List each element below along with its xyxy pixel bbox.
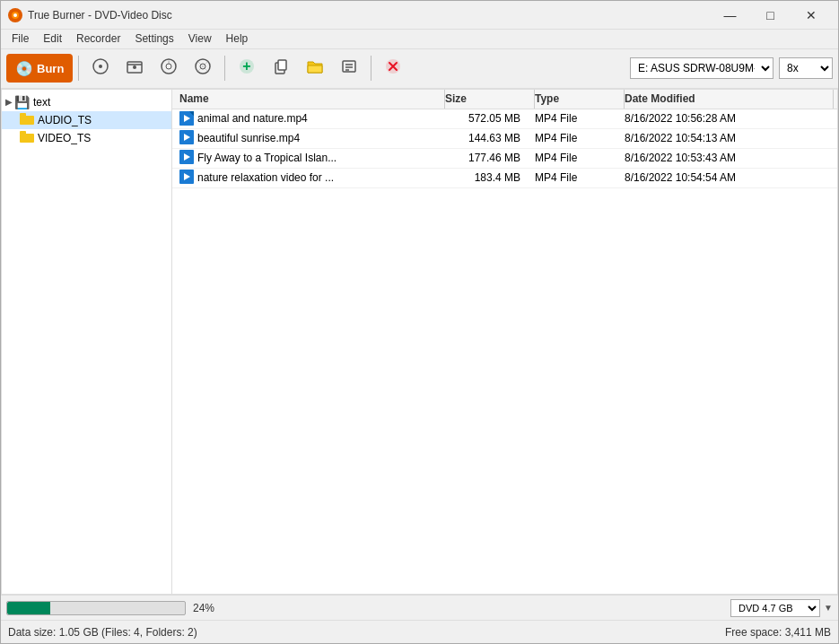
burn-label: Burn <box>37 62 64 75</box>
col-header-name[interactable]: Name <box>176 90 445 109</box>
svg-rect-21 <box>20 113 26 117</box>
svg-text:+: + <box>243 58 251 74</box>
erase-icon <box>194 57 212 80</box>
menu-file[interactable]: File <box>4 30 36 47</box>
menu-bar: File Edit Recorder Settings View Help <box>1 30 838 49</box>
file-row[interactable]: Fly Away to a Tropical Islan... 177.46 M… <box>172 149 837 169</box>
delete-icon <box>384 57 402 80</box>
data-size-label: Data size: 1.05 GB (Files: 4, Folders: 2… <box>8 626 197 639</box>
main-window: True Burner - DVD-Video Disc — □ ✕ File … <box>0 0 839 644</box>
file-name-1: animal and nature.mp4 <box>197 112 308 125</box>
close-button[interactable]: ✕ <box>791 1 831 30</box>
erase-button[interactable] <box>187 52 219 84</box>
menu-help[interactable]: Help <box>219 30 256 47</box>
app-icon <box>8 8 22 22</box>
menu-view[interactable]: View <box>181 30 219 47</box>
progress-bar-fill <box>7 602 50 614</box>
progress-bar-container <box>6 601 186 615</box>
drive-selector: E: ASUS SDRW-08U9M-U 8x 4x 2x 1x <box>630 57 833 79</box>
file-date-2: 8/16/2022 10:54:13 AM <box>625 132 834 144</box>
info-bar: Data size: 1.05 GB (Files: 4, Folders: 2… <box>1 620 838 643</box>
add-files-icon: + <box>238 57 256 80</box>
separator-2 <box>224 56 225 81</box>
mp4-icon-4 <box>179 170 194 187</box>
col-header-size[interactable]: Size <box>445 90 535 109</box>
tree-panel: ▶ 💾 text AUDIO_TS <box>2 90 172 594</box>
open-folder-button[interactable] <box>299 52 331 84</box>
progress-section: 24% <box>1 597 725 619</box>
menu-edit[interactable]: Edit <box>36 30 69 47</box>
tree-root-item[interactable]: ▶ 💾 text <box>2 93 171 111</box>
menu-settings[interactable]: Settings <box>127 30 180 47</box>
add-files-button[interactable]: + <box>231 52 263 84</box>
col-type-label: Type <box>535 92 559 105</box>
tree-audio-ts[interactable]: AUDIO_TS <box>2 111 171 129</box>
file-type-2: MP4 File <box>535 132 625 144</box>
col-header-date[interactable]: Date Modified <box>625 90 834 109</box>
window-controls: — □ ✕ <box>710 1 831 30</box>
disc-info-button[interactable]: i <box>153 52 185 84</box>
disc-selector: DVD 4.7 GB DVD 8.5 GB CD 700 MB ▼ <box>725 596 838 621</box>
svg-rect-22 <box>20 134 34 143</box>
open-folder-icon <box>306 57 324 80</box>
progress-label: 24% <box>193 602 214 614</box>
properties-icon <box>340 57 358 80</box>
tree-root-label: text <box>33 96 50 109</box>
file-type-1: MP4 File <box>535 112 625 125</box>
open-button[interactable] <box>118 52 151 84</box>
file-list-body: animal and nature.mp4 572.05 MB MP4 File… <box>172 109 837 594</box>
file-panel: Name Size Type Date Modified <box>172 90 837 594</box>
maximize-button[interactable]: □ <box>750 1 791 30</box>
status-bar: 24% DVD 4.7 GB DVD 8.5 GB CD 700 MB ▼ <box>1 595 838 620</box>
file-name-2: beautiful sunrise.mp4 <box>197 132 300 144</box>
svg-point-1 <box>13 13 17 17</box>
title-bar: True Burner - DVD-Video Disc — □ ✕ <box>1 1 838 30</box>
video-ts-folder-icon <box>20 131 34 145</box>
svg-point-3 <box>99 65 102 68</box>
svg-rect-14 <box>278 60 286 70</box>
open-icon <box>126 57 144 80</box>
tree-expand-icon: ▶ <box>5 97 13 107</box>
copy-button[interactable] <box>265 52 297 84</box>
burn-button[interactable]: 💿 Burn <box>6 54 73 83</box>
minimize-button[interactable]: — <box>710 1 750 30</box>
disc-type-dropdown[interactable]: DVD 4.7 GB DVD 8.5 GB CD 700 MB <box>730 599 820 617</box>
file-date-3: 8/16/2022 10:53:43 AM <box>625 152 834 164</box>
separator-1 <box>78 56 79 81</box>
properties-button[interactable] <box>333 52 365 84</box>
new-disc-icon <box>92 57 109 80</box>
col-name-label: Name <box>179 92 209 105</box>
speed-dropdown[interactable]: 8x 4x 2x 1x <box>779 57 833 79</box>
copy-icon <box>272 57 290 80</box>
video-ts-label: VIDEO_TS <box>38 132 91 144</box>
file-date-1: 8/16/2022 10:56:28 AM <box>625 112 834 125</box>
file-size-2: 144.63 MB <box>445 132 535 144</box>
file-name-3: Fly Away to a Tropical Islan... <box>197 152 336 164</box>
file-row[interactable]: beautiful sunrise.mp4 144.63 MB MP4 File… <box>172 129 837 149</box>
mp4-icon-2 <box>179 130 194 147</box>
svg-point-5 <box>133 65 136 69</box>
col-header-type[interactable]: Type <box>535 90 625 109</box>
svg-text:i: i <box>169 59 170 65</box>
tree-video-ts[interactable]: VIDEO_TS <box>2 129 171 147</box>
col-size-label: Size <box>445 92 467 105</box>
file-size-4: 183.4 MB <box>445 171 535 184</box>
file-name-4: nature relaxation video for ... <box>197 171 334 184</box>
file-date-4: 8/16/2022 10:54:54 AM <box>625 171 834 184</box>
file-type-3: MP4 File <box>535 152 625 164</box>
col-date-label: Date Modified <box>625 92 695 105</box>
file-size-1: 572.05 MB <box>445 112 535 125</box>
main-area: ▶ 💾 text AUDIO_TS <box>1 89 838 595</box>
delete-button[interactable] <box>377 52 409 84</box>
new-disc-button[interactable] <box>84 52 117 84</box>
free-space-label: Free space: 3,411 MB <box>725 626 831 639</box>
mp4-icon-3 <box>179 150 194 167</box>
window-title: True Burner - DVD-Video Disc <box>28 9 710 22</box>
audio-ts-folder-icon <box>20 113 34 127</box>
file-list-header: Name Size Type Date Modified <box>172 90 837 109</box>
file-row[interactable]: nature relaxation video for ... 183.4 MB… <box>172 169 837 188</box>
menu-recorder[interactable]: Recorder <box>69 30 127 47</box>
disc-info-icon: i <box>160 57 178 80</box>
file-row[interactable]: animal and nature.mp4 572.05 MB MP4 File… <box>172 109 837 129</box>
drive-dropdown[interactable]: E: ASUS SDRW-08U9M-U <box>630 57 773 79</box>
